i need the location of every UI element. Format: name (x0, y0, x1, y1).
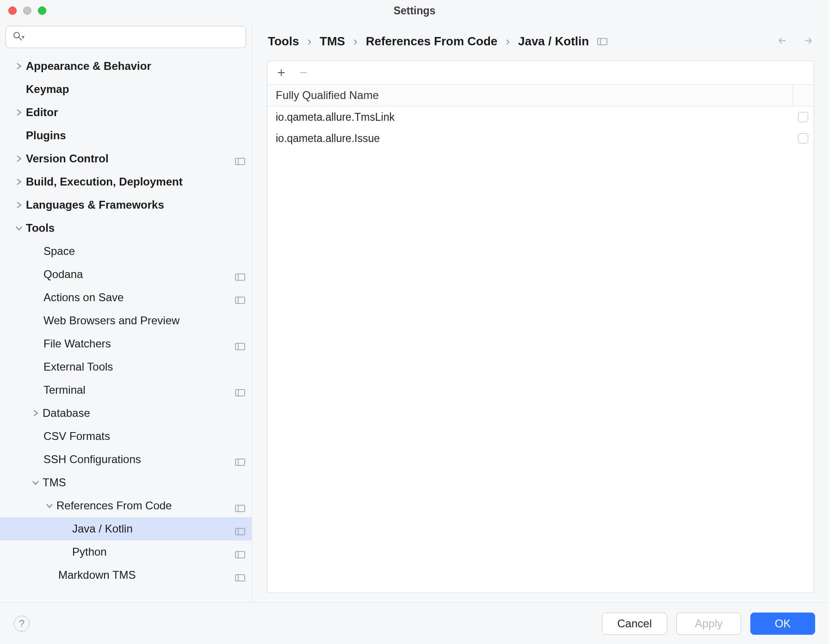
chevron-right-icon[interactable] (12, 62, 26, 70)
search-icon (12, 31, 23, 43)
ok-button[interactable]: OK (750, 613, 815, 635)
tree-item-ssh[interactable]: SSH Configurations (0, 448, 252, 471)
tree-item-python[interactable]: Python (0, 540, 252, 564)
add-button[interactable] (276, 67, 287, 78)
project-badge-icon (235, 294, 245, 301)
column-header-name: Fully Qualified Name (267, 89, 792, 102)
tree-item-plugins[interactable]: Plugins (0, 124, 252, 147)
tree-item-markdown-tms[interactable]: Markdown TMS (0, 564, 252, 587)
tree-item-tms[interactable]: TMS (0, 471, 252, 494)
project-badge-icon (235, 525, 245, 533)
project-badge-icon (235, 155, 245, 162)
search-options-caret-icon[interactable]: ▾ (22, 34, 25, 40)
tree-item-external-tools[interactable]: External Tools (0, 355, 252, 378)
project-badge-icon (235, 456, 245, 463)
tree-item-actions-on-save[interactable]: Actions on Save (0, 286, 252, 309)
titlebar: Settings (0, 0, 829, 21)
table-row[interactable]: io.qameta.allure.TmsLink (267, 106, 814, 128)
search-input[interactable] (29, 31, 239, 43)
tree-item-database[interactable]: Database (0, 402, 252, 425)
fqn-panel: Fully Qualified Name io.qameta.allure.Tm… (267, 61, 814, 593)
project-badge-icon (597, 34, 607, 49)
fqn-cell: io.qameta.allure.Issue (267, 132, 792, 145)
tree-item-languages[interactable]: Languages & Frameworks (0, 193, 252, 217)
row-checkbox[interactable] (798, 112, 808, 122)
chevron-right-icon[interactable] (12, 178, 26, 186)
chevron-right-icon: › (353, 34, 358, 49)
project-badge-icon (235, 502, 245, 509)
settings-sidebar: ▾ Appearance & Behavior Keymap Editor (0, 21, 252, 602)
help-button[interactable]: ? (14, 616, 30, 632)
apply-button[interactable]: Apply (676, 613, 741, 635)
breadcrumb-item: Java / Kotlin (518, 34, 589, 49)
table-row[interactable]: io.qameta.allure.Issue (267, 128, 814, 149)
chevron-right-icon: › (307, 34, 311, 49)
chevron-right-icon[interactable] (29, 409, 43, 417)
settings-main: Tools › TMS › References From Code › Jav… (252, 21, 829, 602)
settings-window: Settings ▾ Appearance & Behavior Keymap (0, 0, 829, 644)
tree-item-editor[interactable]: Editor (0, 101, 252, 124)
project-badge-icon (235, 571, 245, 579)
settings-tree: Appearance & Behavior Keymap Editor Plug… (0, 55, 252, 602)
column-header-check (792, 85, 814, 106)
chevron-down-icon[interactable] (12, 224, 26, 232)
chevron-down-icon[interactable] (29, 479, 43, 486)
tree-item-file-watchers[interactable]: File Watchers (0, 332, 252, 355)
tree-item-tools[interactable]: Tools (0, 217, 252, 240)
row-checkbox[interactable] (798, 133, 808, 143)
settings-body: ▾ Appearance & Behavior Keymap Editor (0, 21, 829, 602)
tree-item-space[interactable]: Space (0, 240, 252, 263)
project-badge-icon (235, 340, 245, 347)
chevron-right-icon[interactable] (12, 201, 26, 209)
tree-item-build[interactable]: Build, Execution, Deployment (0, 170, 252, 193)
tree-item-appearance[interactable]: Appearance & Behavior (0, 55, 252, 78)
chevron-down-icon[interactable] (43, 502, 56, 509)
breadcrumb-item[interactable]: TMS (320, 34, 345, 49)
cancel-button[interactable]: Cancel (602, 613, 667, 635)
panel-toolbar (267, 61, 814, 84)
tree-item-qodana[interactable]: Qodana (0, 263, 252, 286)
tree-item-keymap[interactable]: Keymap (0, 78, 252, 101)
project-badge-icon (235, 271, 245, 278)
nav-back-button[interactable] (776, 34, 788, 49)
chevron-right-icon: › (506, 34, 510, 49)
project-badge-icon (235, 386, 245, 394)
chevron-right-icon[interactable] (12, 109, 26, 116)
tree-item-csv[interactable]: CSV Formats (0, 425, 252, 448)
project-badge-icon (235, 548, 245, 556)
tree-item-java-kotlin[interactable]: Java / Kotlin (0, 517, 252, 540)
table-header: Fully Qualified Name (267, 84, 814, 106)
window-title: Settings (0, 5, 829, 17)
fqn-cell: io.qameta.allure.TmsLink (267, 111, 792, 124)
settings-search[interactable]: ▾ (6, 26, 246, 48)
dialog-footer: ? Cancel Apply OK (0, 602, 829, 644)
nav-forward-button[interactable] (802, 34, 814, 49)
breadcrumb: Tools › TMS › References From Code › Jav… (268, 34, 814, 49)
breadcrumb-item[interactable]: Tools (268, 34, 299, 49)
tree-item-references-from-code[interactable]: References From Code (0, 494, 252, 517)
chevron-right-icon[interactable] (12, 155, 26, 162)
remove-button[interactable] (298, 67, 309, 78)
breadcrumb-item[interactable]: References From Code (366, 34, 498, 49)
tree-item-terminal[interactable]: Terminal (0, 378, 252, 402)
tree-item-version-control[interactable]: Version Control (0, 147, 252, 170)
tree-item-web-browsers[interactable]: Web Browsers and Preview (0, 309, 252, 332)
